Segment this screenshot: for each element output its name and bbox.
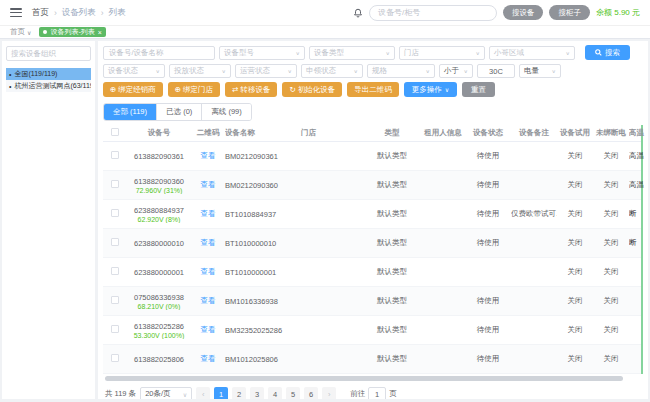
device-status-select[interactable]: 设备状态∨ [103, 64, 165, 78]
breadcrumb-list: 列表 [109, 7, 126, 19]
apply-status-select[interactable]: 申领状态∨ [301, 64, 363, 78]
table-row: 613882090361查看BM0212090361默认类型待使用关闭关闭高温 [103, 142, 641, 171]
page-button-5[interactable]: 5 [286, 387, 300, 399]
row-checkbox-cell [103, 325, 127, 335]
type-cell: 默认类型 [363, 180, 421, 190]
goto-label: 前往 [350, 389, 365, 399]
qrcode-view-link[interactable]: 查看 [201, 296, 216, 305]
device-no-cell: 61388209036072.960V (31%) [127, 177, 191, 194]
tab-offline[interactable]: 离线 (99) [202, 104, 250, 120]
unbind-poweroff-cell: 关闭 [593, 354, 629, 364]
device-no-cell: 623880000001 [127, 268, 191, 277]
device-type-select[interactable]: 设备类型∨ [309, 46, 395, 60]
init-device-button[interactable]: ↻ 初始化设备 [282, 82, 342, 97]
tree-item-label: 杭州运营测试网点(63/119) [14, 81, 91, 91]
page-button-6[interactable]: 6 [304, 387, 318, 399]
row-checkbox[interactable] [111, 325, 119, 333]
tag-home[interactable]: 首页∨ [10, 27, 31, 37]
hamburger-menu-icon[interactable] [10, 8, 22, 17]
breadcrumb-home[interactable]: 首页 [32, 7, 49, 19]
operation-status-select[interactable]: 运营状态∨ [235, 64, 297, 78]
high-temp-cell: 高温 [629, 151, 648, 161]
page-button-3[interactable]: 3 [250, 387, 264, 399]
tag-label: 设备列表-列表 [50, 27, 94, 37]
store-select[interactable]: 门店∨ [399, 46, 485, 60]
device-status-cell: 待使用 [465, 180, 511, 190]
unit-select[interactable]: 电量∨ [519, 64, 561, 78]
device-status-cell: 待使用 [465, 209, 511, 219]
breadcrumb-device-list[interactable]: 设备列表 [62, 7, 96, 19]
device-name-cell: BM0212090360 [225, 181, 299, 190]
search-button[interactable]: 搜索 [585, 45, 630, 60]
qrcode-view-link[interactable]: 查看 [201, 267, 216, 276]
horizontal-scrollbar-thumb[interactable] [105, 376, 623, 381]
col-device-trial: 设备试用 [557, 128, 593, 138]
search-device-button[interactable]: 搜设备 [503, 5, 544, 20]
transfer-icon: ⇄ [232, 85, 238, 94]
search-cabinet-button[interactable]: 搜柜子 [549, 5, 590, 20]
qrcode-cell: 查看 [191, 209, 225, 219]
row-checkbox[interactable] [111, 296, 119, 304]
chevron-down-icon: ∨ [464, 68, 468, 74]
qrcode-view-link[interactable]: 查看 [201, 151, 216, 160]
qrcode-view-link[interactable]: 查看 [201, 209, 216, 218]
tree-item-hangzhou[interactable]: • 杭州运营测试网点(63/119) [6, 80, 91, 92]
tree-item-national[interactable]: • 全国(119/119) [6, 68, 91, 80]
row-checkbox[interactable] [111, 354, 119, 362]
transfer-device-button[interactable]: ⇄ 转移设备 [225, 82, 277, 97]
prev-page-button[interactable]: ‹ [196, 387, 210, 399]
qrcode-view-link[interactable]: 查看 [201, 354, 216, 363]
bell-icon[interactable] [353, 8, 363, 18]
global-search-input[interactable]: 设备号/柜号 [369, 5, 497, 21]
deploy-status-select[interactable]: 投放状态∨ [169, 64, 231, 78]
more-actions-button[interactable]: 更多操作 ∨ [404, 82, 457, 97]
col-type: 类型 [363, 128, 421, 138]
device-keyword-input[interactable]: 设备号/设备名称 [103, 46, 215, 60]
table-row: 623880000001查看BT1010000001默认类型关闭关闭 [103, 258, 641, 287]
qrcode-view-link[interactable]: 查看 [201, 325, 216, 334]
page-button-4[interactable]: 4 [268, 387, 282, 399]
device-trial-cell: 关闭 [557, 209, 593, 219]
reset-button[interactable]: 重置 [462, 82, 495, 97]
qrcode-cell: 查看 [191, 151, 225, 161]
chevron-down-icon: ∨ [288, 68, 292, 74]
unbind-poweroff-cell: 关闭 [593, 209, 629, 219]
plus-circle-icon: ⊕ [110, 85, 116, 94]
qrcode-view-link[interactable]: 查看 [201, 180, 216, 189]
chevron-down-icon: ∨ [552, 68, 556, 74]
table-row: 07508633693868.210V (0%)查看BM1016336938默认… [103, 287, 641, 316]
tag-device-list[interactable]: 设备列表-列表 × [39, 27, 105, 37]
export-qrcode-button[interactable]: 导出二维码 [347, 82, 399, 97]
qrcode-view-link[interactable]: 查看 [201, 238, 216, 247]
tab-selected[interactable]: 已选 (0) [157, 104, 202, 120]
row-checkbox[interactable] [111, 151, 119, 159]
select-all-checkbox[interactable] [111, 128, 119, 136]
next-page-button[interactable]: › [322, 387, 336, 399]
device-model-select[interactable]: 设备型号∨ [219, 46, 305, 60]
tag-bar: 首页∨ 设备列表-列表 × [0, 26, 650, 39]
bind-dealer-button[interactable]: ⊕ 绑定经销商 [103, 82, 163, 97]
battery-voltage: 53.300V (100%) [127, 332, 191, 339]
org-search-input[interactable]: 搜索设备组织 [6, 46, 91, 61]
spec-select[interactable]: 规格∨ [367, 64, 435, 78]
table-body: 613882090361查看BM0212090361默认类型待使用关闭关闭高温6… [103, 142, 641, 374]
tag-close-icon[interactable]: × [98, 29, 102, 36]
table-row: 62388088493762.920V (8%)查看BT1010884937默认… [103, 200, 641, 229]
col-unbind-poweroff: 未绑断电 [593, 128, 629, 138]
page-size-select[interactable]: 20条/页∨ [140, 387, 192, 399]
device-status-cell: 待使用 [465, 296, 511, 306]
bind-store-button[interactable]: ⊕ 绑定门店 [168, 82, 220, 97]
col-device-no: 设备号 [127, 128, 191, 138]
tab-all[interactable]: 全部 (119) [104, 104, 157, 120]
device-trial-cell: 关闭 [557, 354, 593, 364]
compare-select[interactable]: 小于∨ [439, 64, 473, 78]
threshold-value-input[interactable]: 30C [477, 64, 515, 78]
page-button-1[interactable]: 1 [214, 387, 228, 399]
row-checkbox[interactable] [111, 267, 119, 275]
row-checkbox[interactable] [111, 238, 119, 246]
page-button-2[interactable]: 2 [232, 387, 246, 399]
goto-page-input[interactable]: 1 [368, 387, 386, 399]
row-checkbox[interactable] [111, 209, 119, 217]
row-checkbox[interactable] [111, 180, 119, 188]
courier-region-select[interactable]: 小哥区域∨ [489, 46, 575, 60]
